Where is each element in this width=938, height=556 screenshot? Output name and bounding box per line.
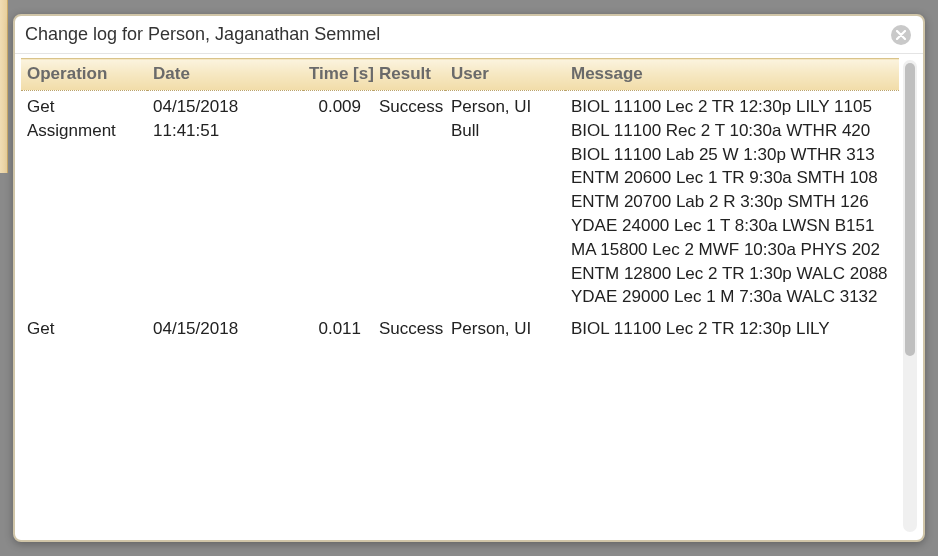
cell-operation: Get [21,313,147,345]
table-body: Get Assignment04/15/2018 11:41:510.009Su… [21,91,899,345]
cell-date: 04/15/2018 [147,313,303,345]
table-row: Get04/15/20180.011SuccessPerson, UIBIOL … [21,313,899,345]
cell-message: BIOL 11100 Lec 2 TR 12:30p LILY 1105BIOL… [565,91,899,314]
cell-time: 0.011 [303,313,373,345]
cell-result: Success [373,313,445,345]
message-line: MA 15800 Lec 2 MWF 10:30a PHYS 202 [571,238,893,262]
dialog-title-bar: Change log for Person, Jaganathan Semmel [15,16,923,54]
col-header-user[interactable]: User [445,59,565,91]
message-line: BIOL 11100 Rec 2 T 10:30a WTHR 420 [571,119,893,143]
cell-message: BIOL 11100 Lec 2 TR 12:30p LILY [565,313,899,345]
table-header-row: Operation Date Time [s] Result User Mess… [21,59,899,91]
dialog-title: Change log for Person, Jaganathan Semmel [25,24,380,45]
close-icon [896,30,906,40]
dialog-body: Operation Date Time [s] Result User Mess… [15,54,923,540]
cell-result: Success [373,91,445,314]
scrollbar-thumb[interactable] [905,63,915,356]
message-line: BIOL 11100 Lab 25 W 1:30p WTHR 313 [571,143,893,167]
message-line: YDAE 24000 Lec 1 T 8:30a LWSN B151 [571,214,893,238]
message-line: ENTM 20600 Lec 1 TR 9:30a SMTH 108 [571,166,893,190]
cell-date: 04/15/2018 11:41:51 [147,91,303,314]
message-line: YDAE 29000 Lec 1 M 7:30a WALC 3132 [571,285,893,309]
cell-user: Person, UI [445,313,565,345]
message-line: BIOL 11100 Lec 2 TR 12:30p LILY 1105 [571,95,893,119]
col-header-time[interactable]: Time [s] [303,59,373,91]
col-header-message[interactable]: Message [565,59,899,91]
col-header-operation[interactable]: Operation [21,59,147,91]
message-line: BIOL 11100 Lec 2 TR 12:30p LILY [571,317,893,341]
cell-time: 0.009 [303,91,373,314]
changelog-dialog: Change log for Person, Jaganathan Semmel… [13,14,925,542]
col-header-date[interactable]: Date [147,59,303,91]
cell-user: Person, UI Bull [445,91,565,314]
message-line: ENTM 12800 Lec 2 TR 1:30p WALC 2088 [571,262,893,286]
table-row: Get Assignment04/15/2018 11:41:510.009Su… [21,91,899,314]
message-line: ENTM 20700 Lab 2 R 3:30p SMTH 126 [571,190,893,214]
cell-operation: Get Assignment [21,91,147,314]
table-container: Operation Date Time [s] Result User Mess… [21,58,899,534]
table-scroll-wrapper: Operation Date Time [s] Result User Mess… [21,58,917,534]
close-button[interactable] [891,25,911,45]
changelog-table: Operation Date Time [s] Result User Mess… [21,58,899,345]
background-panel-edge [0,0,8,173]
col-header-result[interactable]: Result [373,59,445,91]
vertical-scrollbar[interactable] [903,60,917,532]
